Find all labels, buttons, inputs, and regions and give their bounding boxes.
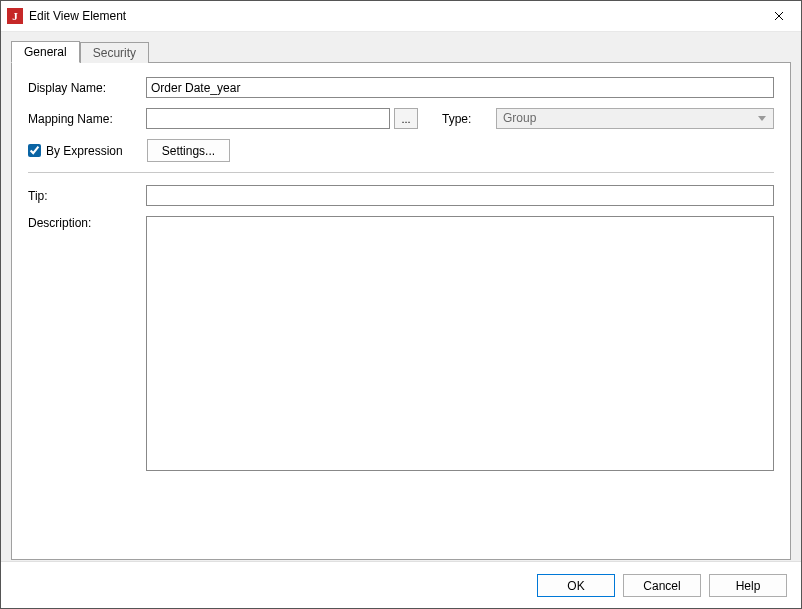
divider — [28, 172, 774, 173]
close-button[interactable] — [756, 1, 801, 31]
close-icon — [774, 11, 784, 21]
description-textarea[interactable] — [146, 216, 774, 471]
tab-security[interactable]: Security — [80, 42, 149, 63]
titlebar: J Edit View Element — [1, 1, 801, 31]
footer: OK Cancel Help — [1, 561, 801, 609]
tabbar: General Security — [11, 40, 791, 62]
mapping-name-input[interactable] — [146, 108, 390, 129]
by-expression-label: By Expression — [46, 144, 123, 158]
tip-label: Tip: — [28, 189, 146, 203]
tab-general[interactable]: General — [11, 41, 80, 63]
by-expression-checkbox[interactable] — [28, 144, 41, 157]
cancel-button[interactable]: Cancel — [623, 574, 701, 597]
mapping-name-label: Mapping Name: — [28, 112, 146, 126]
display-name-input[interactable] — [146, 77, 774, 98]
window-title: Edit View Element — [29, 9, 126, 23]
settings-button[interactable]: Settings... — [147, 139, 230, 162]
help-button[interactable]: Help — [709, 574, 787, 597]
ok-button[interactable]: OK — [537, 574, 615, 597]
display-name-label: Display Name: — [28, 81, 146, 95]
app-icon: J — [7, 8, 23, 24]
type-select: Group — [496, 108, 774, 129]
tip-input[interactable] — [146, 185, 774, 206]
description-label: Description: — [28, 216, 146, 230]
general-panel: Display Name: Mapping Name: ... Type: Gr… — [11, 62, 791, 560]
type-label: Type: — [442, 112, 496, 126]
browse-button[interactable]: ... — [394, 108, 418, 129]
